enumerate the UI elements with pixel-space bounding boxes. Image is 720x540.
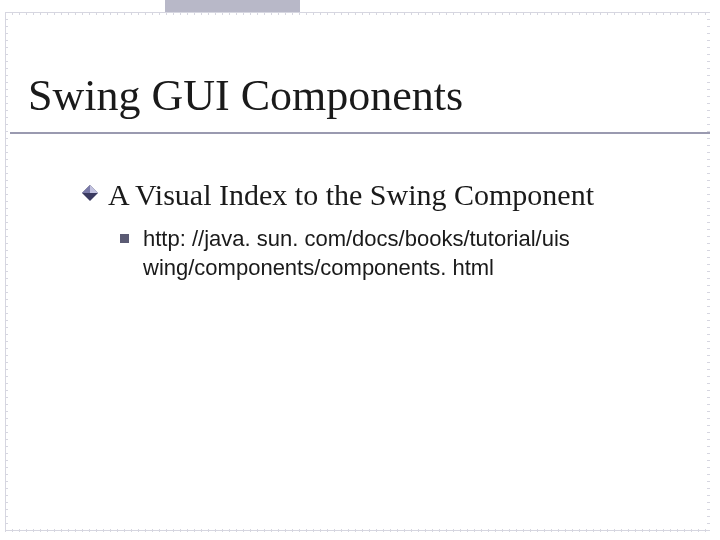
slide-title: Swing GUI Components: [28, 70, 463, 121]
svg-marker-2: [82, 185, 90, 193]
bullet-level1: A Visual Index to the Swing Component: [82, 176, 594, 214]
bullet-level2: http: //java. sun. com/docs/books/tutori…: [120, 225, 680, 282]
accent-bar: [165, 0, 300, 12]
square-bullet-icon: [120, 234, 129, 243]
svg-marker-1: [90, 185, 98, 193]
bullet-level1-text: A Visual Index to the Swing Component: [108, 176, 594, 214]
bullet-level2-text: http: //java. sun. com/docs/books/tutori…: [143, 225, 680, 282]
title-underline: [10, 132, 710, 134]
diamond-bullet-icon: [82, 185, 98, 205]
